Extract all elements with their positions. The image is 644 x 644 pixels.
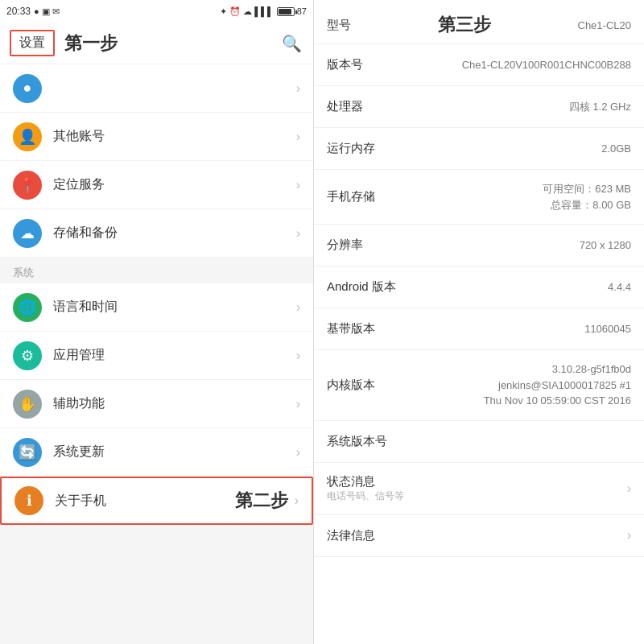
chevron-icon: › (296, 130, 300, 144)
row-android: Android 版本 4.4.4 (314, 266, 644, 308)
status-text-group: 状态消息 电话号码、信号等 (327, 474, 404, 503)
chevron-icon: › (296, 226, 300, 241)
status-sublabel: 电话号码、信号等 (327, 489, 404, 503)
status-chevron-icon: › (627, 481, 631, 496)
row-sys-version: 系统版本号 (314, 421, 644, 463)
step-three-label: 第三步 (438, 13, 491, 37)
sys-version-label: 系统版本号 (327, 434, 391, 449)
first-icon: ● (13, 74, 42, 103)
search-icon[interactable]: 🔍 (282, 34, 302, 53)
model-value: Che1-CL20 (578, 19, 632, 31)
model-label: 型号 (327, 18, 351, 33)
storage-value: 可用空间：623 MB总容量：8.00 GB (543, 181, 631, 213)
signal-icons: ✦ ⏰ ☁ ▌▌▌ (220, 6, 274, 17)
row-resolution: 分辨率 720 x 1280 (314, 225, 644, 266)
row-ram: 运行内存 2.0GB (314, 128, 644, 170)
left-panel: 20:33 ● ▣ ✉ ✦ ⏰ ☁ ▌▌▌ 87 设置 第一步 🔍 ● › 👤 … (0, 0, 314, 644)
storage-label: 手机存储 (327, 189, 391, 204)
kernel-value: 3.10.28-g5f1fb0djenkins@SIA1000017825 #1… (484, 361, 631, 409)
section-system: 系统 (0, 258, 313, 283)
processor-label: 处理器 (327, 99, 391, 114)
row-baseband: 基带版本 11060045 (314, 308, 644, 350)
location-icon: 📍 (13, 171, 42, 200)
legal-label: 法律信息 (327, 528, 391, 543)
chevron-icon: › (296, 178, 300, 192)
menu-item-first[interactable]: ● › (0, 64, 313, 113)
chevron-icon: › (296, 445, 300, 460)
about-phone-icon: ℹ (14, 486, 43, 515)
legal-chevron-icon: › (627, 528, 631, 543)
menu-item-about-phone[interactable]: ℹ 关于手机 第二步 › (0, 477, 313, 525)
chevron-icon: › (296, 349, 300, 363)
step-two-label: 第二步 (235, 489, 288, 513)
chevron-icon: › (296, 397, 300, 411)
menu-item-accessibility[interactable]: ✋ 辅助功能 › (0, 380, 313, 428)
version-number-label: 版本号 (327, 57, 391, 72)
language-icon: 🌐 (13, 293, 42, 322)
row-legal[interactable]: 法律信息 › (314, 515, 644, 557)
menu-item-system-update[interactable]: 🔄 系统更新 › (0, 428, 313, 477)
row-version-number: 版本号 Che1-CL20V100R001CHNC00B288 (314, 44, 644, 86)
status-label: 状态消息 (327, 474, 404, 489)
step-one-label: 第一步 (64, 31, 118, 56)
top-bar: 设置 第一步 🔍 (0, 23, 313, 64)
resolution-value: 720 x 1280 (580, 239, 631, 251)
baseband-value: 11060045 (584, 323, 631, 335)
chevron-icon: › (296, 81, 300, 96)
menu-item-storage[interactable]: ☁ 存储和备份 › (0, 209, 313, 258)
settings-label[interactable]: 设置 (10, 30, 55, 56)
row-status[interactable]: 状态消息 电话号码、信号等 › (314, 463, 644, 515)
notification-icons: ● ▣ ✉ (34, 6, 60, 17)
row-storage: 手机存储 可用空间：623 MB总容量：8.00 GB (314, 170, 644, 225)
ram-label: 运行内存 (327, 141, 391, 156)
kernel-label: 内核版本 (327, 378, 391, 393)
baseband-label: 基带版本 (327, 321, 391, 336)
ram-value: 2.0GB (601, 142, 631, 155)
version-number-value: Che1-CL20V100R001CHNC00B288 (462, 59, 631, 71)
accessibility-icon: ✋ (13, 390, 42, 419)
time: 20:33 (6, 6, 31, 17)
right-header: 型号 第三步 Che1-CL20 (314, 0, 644, 44)
status-left: 20:33 ● ▣ ✉ (6, 6, 60, 17)
row-processor: 处理器 四核 1.2 GHz (314, 86, 644, 128)
processor-value: 四核 1.2 GHz (569, 100, 631, 114)
menu-item-app-manage[interactable]: ⚙ 应用管理 › (0, 332, 313, 380)
system-update-icon: 🔄 (13, 438, 42, 467)
chevron-icon: › (295, 493, 299, 508)
app-manage-icon: ⚙ (13, 341, 42, 370)
chevron-icon: › (296, 300, 300, 315)
android-value: 4.4.4 (608, 281, 631, 293)
row-kernel: 内核版本 3.10.28-g5f1fb0djenkins@SIA10000178… (314, 350, 644, 421)
status-right: ✦ ⏰ ☁ ▌▌▌ 87 (220, 6, 307, 17)
menu-item-other-accounts[interactable]: 👤 其他账号 › (0, 113, 313, 161)
android-label: Android 版本 (327, 279, 396, 295)
menu-item-language[interactable]: 🌐 语言和时间 › (0, 283, 313, 332)
storage-icon: ☁ (13, 219, 42, 248)
other-accounts-icon: 👤 (13, 122, 42, 151)
status-bar: 20:33 ● ▣ ✉ ✦ ⏰ ☁ ▌▌▌ 87 (0, 0, 313, 23)
menu-item-location[interactable]: 📍 定位服务 › (0, 161, 313, 209)
right-panel: 型号 第三步 Che1-CL20 版本号 Che1-CL20V100R001CH… (314, 0, 644, 644)
battery-label: 87 (277, 6, 307, 17)
resolution-label: 分辨率 (327, 237, 391, 253)
